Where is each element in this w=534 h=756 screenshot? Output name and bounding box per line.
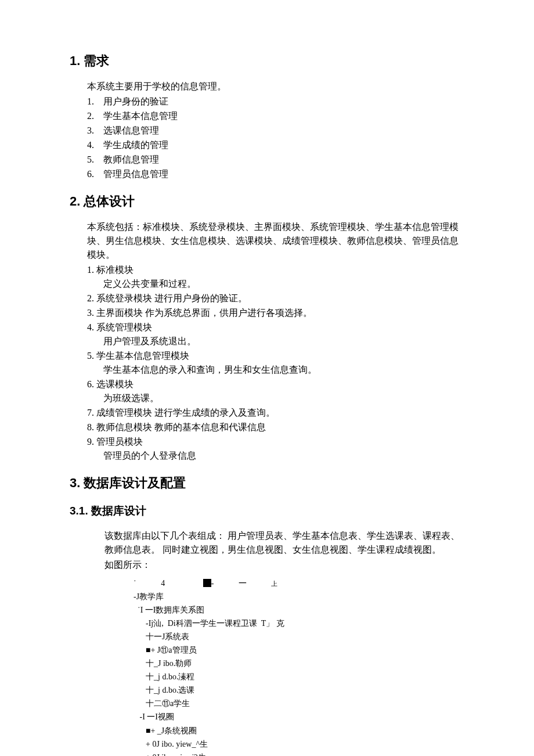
item-num: 5. <box>87 153 103 167</box>
item-text: 选课信息管理 <box>103 125 159 135</box>
section-3-1-num: 3.1. <box>70 505 88 517</box>
section-1-title: 需求 <box>84 53 109 68</box>
item-text: 主界面模块 作为系统总界面，供用户进行各项选择。 <box>96 308 312 318</box>
item-text: 系统登录模块 进行用户身份的验证。 <box>96 293 247 303</box>
item-text: 教师信息模块 教师的基本信息和代课信息 <box>96 422 266 432</box>
item-text: 管理员信息管理 <box>103 169 168 179</box>
section-2-heading: 2. 总体设计 <box>70 192 464 211</box>
item-num: 1. <box>87 95 103 109</box>
item-num: 2. <box>87 293 94 303</box>
item-text: 用户身份的验证 <box>103 96 168 106</box>
item-text: 标准模块 <box>96 265 134 275</box>
section-1-list: 1.用户身份的验证 2.学生基本信息管理 3.选课信息管理 4.学生成绩的管理 … <box>87 95 464 181</box>
list-item: 3. 主界面模块 作为系统总界面，供用户进行各项选择。 <box>87 306 464 320</box>
tree-row: -J教学库 <box>134 590 464 603</box>
section-3-1-para2: 如图所示： <box>104 558 464 572</box>
section-3-num: 3. <box>70 476 80 490</box>
tree-row: ■+ _J条统视圈 <box>134 724 464 737</box>
section-1-num: 1. <box>70 53 80 68</box>
list-item: 4. 系统管理模块 用户管理及系统退出。 <box>87 321 464 348</box>
item-num: 4. <box>87 138 103 152</box>
item-text: 学生基本信息管理模块 <box>96 351 189 361</box>
item-num: 4. <box>87 322 94 332</box>
item-text: 教师信息管理 <box>103 154 159 164</box>
tree-row: -I 一I视圈 <box>134 710 464 723</box>
list-item: 3.选课信息管理 <box>87 124 464 138</box>
list-item: 2.学生基本信息管理 <box>87 109 464 123</box>
tree-row: 十一J系统表 <box>134 630 464 643</box>
tree-row: -Ij汕, Di科泗一学生一课程卫课 T」 克 <box>134 617 464 630</box>
section-3-title: 数据库设计及配置 <box>84 476 186 490</box>
list-item: 1. 标准模块 定义公共变量和过程。 <box>87 263 464 291</box>
list-item: 5. 学生基本信息管理模块 学生基本信息的录入和查询，男生和女生信息查询。 <box>87 349 464 377</box>
item-num: 3. <box>87 308 94 318</box>
tree-row: ˙I 一I数拥库关系图 <box>134 603 464 617</box>
item-num: 6. <box>87 379 94 389</box>
tree-row: 十_j d.bo.溱程 <box>134 670 464 683</box>
section-2-body: 本系统包括：标准模块、系统登录模块、主界面模块、系统管理模块、学生基本信息管理模… <box>87 220 464 463</box>
section-3-1-title: 数据库设计 <box>91 505 146 517</box>
list-item: 1.用户身份的验证 <box>87 95 464 109</box>
item-text: 成绩管理模块 进行学生成绩的录入及查询。 <box>96 408 275 417</box>
tree-row: 十_J ibo.勒师 <box>134 657 464 670</box>
item-sub: 管理员的个人登录信息 <box>87 449 464 463</box>
list-item: 6. 选课模块 为班级选课。 <box>87 377 464 405</box>
section-3-1-heading: 3.1. 数据库设计 <box>70 503 464 520</box>
tree-row: + 0J ibo. yiew_^生 <box>134 737 464 751</box>
list-item: 5.教师信息管理 <box>87 153 464 167</box>
tree-row: ■+ J⑪a管理员 <box>134 643 464 657</box>
section-3-1-body: 该数据库由以下几个表组成： 用户管理员表、学生基本信息表、学生选课表、课程表、教… <box>104 529 464 757</box>
item-num: 9. <box>87 437 94 447</box>
tree-row: + 0J ibo. yiewj?生 <box>134 751 464 756</box>
section-2-intro: 本系统包括：标准模块、系统登录模块、主界面模块、系统管理模块、学生基本信息管理模… <box>87 220 464 262</box>
tree-top-row: ˙ 4 - 一 上 <box>134 577 464 590</box>
list-item: 9. 管理员模块 管理员的个人登录信息 <box>87 435 464 463</box>
item-text: 学生成绩的管理 <box>103 140 168 150</box>
section-2-title: 总体设计 <box>84 194 135 208</box>
item-num: 5. <box>87 351 94 361</box>
list-item: 6.管理员信息管理 <box>87 167 464 181</box>
section-1-body: 本系统主要用于学校的信息管理。 1.用户身份的验证 2.学生基本信息管理 3.选… <box>87 80 464 181</box>
black-square-icon <box>203 579 211 587</box>
section-2-list: 1. 标准模块 定义公共变量和过程。 2. 系统登录模块 进行用户身份的验证。 … <box>87 263 464 463</box>
database-tree-diagram: ˙ 4 - 一 上 -J教学库 ˙I 一I数拥库关系图 -Ij汕, Di科泗一学… <box>134 577 464 757</box>
item-sub: 学生基本信息的录入和查询，男生和女生信息查询。 <box>87 363 464 377</box>
item-sub: 定义公共变量和过程。 <box>87 277 464 291</box>
item-text: 管理员模块 <box>96 437 143 447</box>
item-num: 7. <box>87 408 94 417</box>
tree-row: 十_j d.bo.选课 <box>134 683 464 697</box>
item-num: 1. <box>87 265 94 275</box>
section-1-heading: 1. 需求 <box>70 51 464 70</box>
tree-row: 十二⑪a学生 <box>134 697 464 710</box>
item-num: 8. <box>87 422 94 432</box>
list-item: 8. 教师信息模块 教师的基本信息和代课信息 <box>87 420 464 434</box>
list-item: 7. 成绩管理模块 进行学生成绩的录入及查询。 <box>87 406 464 420</box>
item-num: 3. <box>87 124 103 138</box>
section-3-1-para1: 该数据库由以下几个表组成： 用户管理员表、学生基本信息表、学生选课表、课程表、教… <box>104 529 464 557</box>
section-2-num: 2. <box>70 194 80 208</box>
item-text: 学生基本信息管理 <box>103 111 178 121</box>
list-item: 4.学生成绩的管理 <box>87 138 464 152</box>
section-1-intro: 本系统主要用于学校的信息管理。 <box>87 80 464 93</box>
section-3-heading: 3. 数据库设计及配置 <box>70 473 464 492</box>
item-num: 2. <box>87 109 103 123</box>
item-num: 6. <box>87 167 103 181</box>
item-text: 选课模块 <box>96 379 134 389</box>
item-sub: 为班级选课。 <box>87 391 464 405</box>
list-item: 2. 系统登录模块 进行用户身份的验证。 <box>87 291 464 305</box>
item-sub: 用户管理及系统退出。 <box>87 334 464 348</box>
item-text: 系统管理模块 <box>96 322 152 332</box>
